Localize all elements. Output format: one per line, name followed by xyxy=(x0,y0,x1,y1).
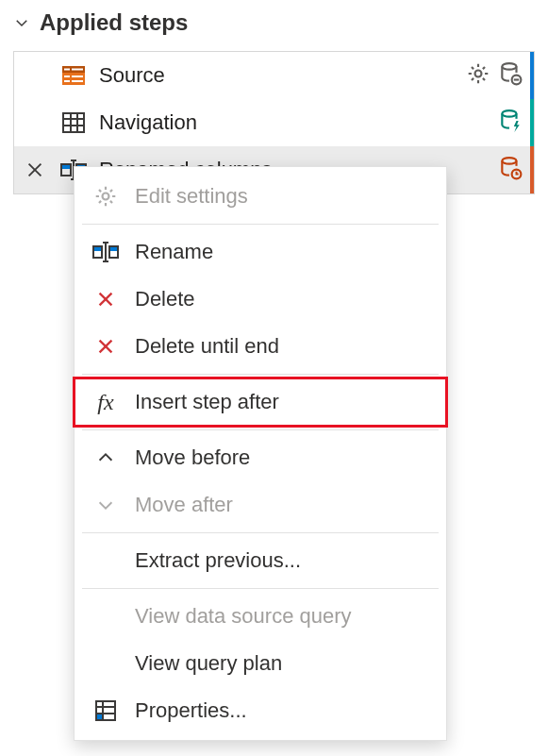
menu-separator xyxy=(82,588,439,589)
panel-title: Applied steps xyxy=(40,9,188,36)
menu-rename[interactable]: Rename xyxy=(75,228,446,276)
svg-rect-42 xyxy=(97,714,102,719)
menu-label: View query plan xyxy=(135,651,282,676)
svg-rect-31 xyxy=(94,247,101,251)
menu-label: Delete until end xyxy=(135,334,279,359)
svg-rect-32 xyxy=(110,247,117,251)
database-clock-icon[interactable] xyxy=(498,156,523,185)
step-label: Source xyxy=(99,63,455,88)
properties-icon xyxy=(91,697,120,725)
menu-view-query-plan[interactable]: View query plan xyxy=(75,640,446,687)
menu-label: Move after xyxy=(135,493,233,517)
menu-insert-step-after[interactable]: fx Insert step after xyxy=(75,378,446,426)
menu-delete-until-end[interactable]: Delete until end xyxy=(75,323,446,370)
database-remove-icon[interactable] xyxy=(498,61,523,91)
menu-label: Extract previous... xyxy=(135,548,301,573)
chevron-down-icon xyxy=(13,14,30,31)
blank-icon xyxy=(91,649,120,678)
gear-icon[interactable] xyxy=(466,61,490,91)
menu-label: Rename xyxy=(135,240,213,264)
svg-marker-18 xyxy=(514,121,520,132)
menu-move-after: Move after xyxy=(75,481,446,529)
menu-separator xyxy=(82,374,439,375)
svg-point-17 xyxy=(502,110,516,117)
database-bolt-icon[interactable] xyxy=(498,109,523,138)
step-label: Navigation xyxy=(99,110,487,135)
rename-icon xyxy=(91,238,120,266)
menu-label: View data source query xyxy=(135,604,352,629)
chevron-up-icon xyxy=(91,444,120,472)
menu-label: Insert step after xyxy=(135,390,279,414)
svg-point-8 xyxy=(475,70,482,76)
menu-label: Move before xyxy=(135,445,250,470)
svg-point-26 xyxy=(502,158,516,164)
menu-separator xyxy=(82,532,439,533)
close-icon xyxy=(91,285,120,313)
close-icon xyxy=(91,332,120,361)
menu-view-data-source-query: View data source query xyxy=(75,593,446,640)
menu-label: Properties... xyxy=(135,698,247,723)
context-menu: Edit settings Rename Delete Delete until… xyxy=(74,166,447,741)
source-icon xyxy=(59,61,88,90)
menu-edit-settings: Edit settings xyxy=(75,173,446,220)
menu-label: Delete xyxy=(135,287,195,311)
menu-separator xyxy=(82,224,439,225)
menu-separator xyxy=(82,429,439,430)
svg-rect-12 xyxy=(63,113,84,132)
menu-label: Edit settings xyxy=(135,184,248,209)
svg-point-9 xyxy=(502,63,516,70)
blank-icon xyxy=(91,546,120,575)
delete-step-icon[interactable] xyxy=(22,160,48,180)
svg-rect-23 xyxy=(62,165,70,169)
blank-icon xyxy=(91,602,120,630)
svg-point-28 xyxy=(103,193,109,200)
step-navigation[interactable]: Navigation xyxy=(14,99,534,146)
fx-icon: fx xyxy=(91,388,120,416)
menu-properties[interactable]: Properties... xyxy=(75,687,446,734)
table-icon xyxy=(59,109,88,137)
gear-icon xyxy=(91,182,120,210)
menu-extract-previous[interactable]: Extract previous... xyxy=(75,537,446,584)
chevron-down-icon xyxy=(91,491,120,519)
menu-delete[interactable]: Delete xyxy=(75,276,446,323)
menu-move-before[interactable]: Move before xyxy=(75,434,446,481)
step-source[interactable]: Source xyxy=(14,52,534,99)
applied-steps-header[interactable]: Applied steps xyxy=(0,0,548,45)
